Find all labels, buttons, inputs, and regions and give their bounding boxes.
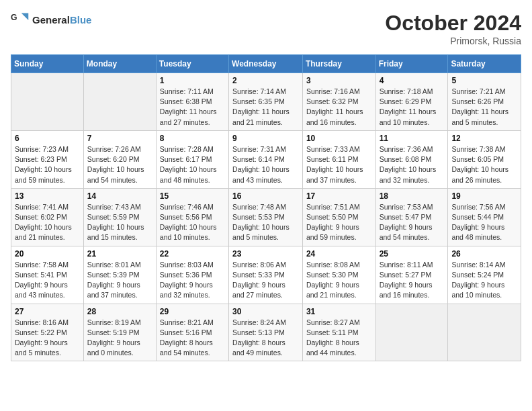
day-detail: Sunrise: 8:06 AM Sunset: 5:33 PM Dayligh… [232, 260, 299, 301]
day-detail: Sunrise: 7:58 AM Sunset: 5:41 PM Dayligh… [15, 260, 80, 301]
calendar-cell: 24Sunrise: 8:08 AM Sunset: 5:30 PM Dayli… [302, 246, 375, 304]
calendar-table: SundayMondayTuesdayWednesdayThursdayFrid… [11, 54, 521, 361]
calendar-cell: 8Sunrise: 7:28 AM Sunset: 6:17 PM Daylig… [156, 130, 228, 188]
location-subtitle: Primorsk, Russia [385, 36, 521, 46]
day-detail: Sunrise: 7:23 AM Sunset: 6:23 PM Dayligh… [15, 144, 80, 185]
day-number: 6 [15, 134, 80, 143]
day-number: 16 [232, 191, 299, 201]
calendar-cell: 27Sunrise: 8:16 AM Sunset: 5:22 PM Dayli… [11, 304, 84, 361]
day-detail: Sunrise: 7:11 AM Sunset: 6:38 PM Dayligh… [160, 87, 225, 128]
day-number: 21 [87, 249, 152, 259]
day-detail: Sunrise: 7:38 AM Sunset: 6:05 PM Dayligh… [451, 144, 517, 185]
calendar-week-5: 27Sunrise: 8:16 AM Sunset: 5:22 PM Dayli… [11, 304, 521, 361]
weekday-header-tuesday: Tuesday [156, 55, 228, 73]
day-detail: Sunrise: 7:48 AM Sunset: 5:53 PM Dayligh… [232, 202, 299, 243]
day-number: 13 [15, 191, 80, 201]
calendar-cell: 25Sunrise: 8:11 AM Sunset: 5:27 PM Dayli… [375, 246, 448, 304]
day-detail: Sunrise: 7:56 AM Sunset: 5:44 PM Dayligh… [451, 202, 517, 243]
day-detail: Sunrise: 7:51 AM Sunset: 5:50 PM Dayligh… [306, 202, 372, 243]
day-detail: Sunrise: 7:26 AM Sunset: 6:20 PM Dayligh… [87, 144, 152, 185]
title-block: October 2024 Primorsk, Russia [385, 11, 521, 46]
calendar-cell: 11Sunrise: 7:36 AM Sunset: 6:08 PM Dayli… [375, 130, 448, 188]
weekday-header-sunday: Sunday [11, 55, 84, 73]
calendar-cell [83, 73, 156, 131]
calendar-cell: 15Sunrise: 7:46 AM Sunset: 5:56 PM Dayli… [156, 188, 228, 246]
day-detail: Sunrise: 8:16 AM Sunset: 5:22 PM Dayligh… [15, 318, 80, 359]
calendar-cell: 6Sunrise: 7:23 AM Sunset: 6:23 PM Daylig… [11, 130, 84, 188]
day-detail: Sunrise: 7:43 AM Sunset: 5:59 PM Dayligh… [87, 202, 152, 243]
calendar-cell: 20Sunrise: 7:58 AM Sunset: 5:41 PM Dayli… [11, 246, 84, 304]
day-detail: Sunrise: 7:31 AM Sunset: 6:14 PM Dayligh… [232, 144, 299, 185]
logo: G GeneralBlue [11, 11, 91, 30]
calendar-cell: 19Sunrise: 7:56 AM Sunset: 5:44 PM Dayli… [448, 188, 521, 246]
day-number: 8 [160, 134, 225, 143]
day-detail: Sunrise: 7:41 AM Sunset: 6:02 PM Dayligh… [15, 202, 80, 243]
calendar-cell: 3Sunrise: 7:16 AM Sunset: 6:32 PM Daylig… [302, 73, 375, 131]
day-detail: Sunrise: 8:11 AM Sunset: 5:27 PM Dayligh… [380, 260, 445, 301]
calendar-week-4: 20Sunrise: 7:58 AM Sunset: 5:41 PM Dayli… [11, 246, 521, 304]
calendar-cell: 16Sunrise: 7:48 AM Sunset: 5:53 PM Dayli… [229, 188, 303, 246]
day-number: 15 [160, 191, 225, 201]
day-number: 17 [306, 191, 372, 201]
day-detail: Sunrise: 8:14 AM Sunset: 5:24 PM Dayligh… [451, 260, 517, 301]
calendar-body: 1Sunrise: 7:11 AM Sunset: 6:38 PM Daylig… [11, 73, 521, 361]
calendar-cell: 17Sunrise: 7:51 AM Sunset: 5:50 PM Dayli… [302, 188, 375, 246]
day-detail: Sunrise: 8:24 AM Sunset: 5:13 PM Dayligh… [232, 318, 299, 359]
day-detail: Sunrise: 7:53 AM Sunset: 5:47 PM Dayligh… [380, 202, 445, 243]
day-number: 9 [232, 134, 299, 143]
calendar-week-3: 13Sunrise: 7:41 AM Sunset: 6:02 PM Dayli… [11, 188, 521, 246]
svg-text:G: G [11, 13, 17, 22]
calendar-cell: 22Sunrise: 8:03 AM Sunset: 5:36 PM Dayli… [156, 246, 228, 304]
calendar-cell: 10Sunrise: 7:33 AM Sunset: 6:11 PM Dayli… [302, 130, 375, 188]
calendar-cell: 14Sunrise: 7:43 AM Sunset: 5:59 PM Dayli… [83, 188, 156, 246]
logo-text-blue: Blue [70, 14, 92, 26]
calendar-cell [11, 73, 84, 131]
calendar-cell: 7Sunrise: 7:26 AM Sunset: 6:20 PM Daylig… [83, 130, 156, 188]
day-detail: Sunrise: 7:36 AM Sunset: 6:08 PM Dayligh… [380, 144, 445, 185]
calendar-cell: 30Sunrise: 8:24 AM Sunset: 5:13 PM Dayli… [229, 304, 303, 361]
day-detail: Sunrise: 7:33 AM Sunset: 6:11 PM Dayligh… [306, 144, 372, 185]
weekday-header-saturday: Saturday [448, 55, 521, 73]
logo-icon: G [11, 11, 30, 30]
day-number: 27 [15, 307, 80, 316]
day-number: 26 [451, 249, 517, 259]
day-detail: Sunrise: 8:03 AM Sunset: 5:36 PM Dayligh… [160, 260, 225, 301]
day-number: 30 [232, 307, 299, 316]
day-detail: Sunrise: 8:21 AM Sunset: 5:16 PM Dayligh… [160, 318, 225, 359]
calendar-cell: 18Sunrise: 7:53 AM Sunset: 5:47 PM Dayli… [375, 188, 448, 246]
weekday-header-friday: Friday [375, 55, 448, 73]
day-number: 14 [87, 191, 152, 201]
day-number: 24 [306, 249, 372, 259]
calendar-cell: 2Sunrise: 7:14 AM Sunset: 6:35 PM Daylig… [229, 73, 303, 131]
calendar-week-1: 1Sunrise: 7:11 AM Sunset: 6:38 PM Daylig… [11, 73, 521, 131]
day-number: 19 [451, 191, 517, 201]
page-header: G GeneralBlue October 2024 Primorsk, Rus… [11, 11, 521, 46]
day-detail: Sunrise: 7:16 AM Sunset: 6:32 PM Dayligh… [306, 87, 372, 128]
calendar-cell: 31Sunrise: 8:27 AM Sunset: 5:11 PM Dayli… [302, 304, 375, 361]
day-number: 12 [451, 134, 517, 143]
day-number: 4 [380, 76, 445, 85]
calendar-cell [375, 304, 448, 361]
day-detail: Sunrise: 8:01 AM Sunset: 5:39 PM Dayligh… [87, 260, 152, 301]
day-detail: Sunrise: 7:21 AM Sunset: 6:26 PM Dayligh… [451, 87, 517, 128]
day-number: 10 [306, 134, 372, 143]
calendar-cell: 23Sunrise: 8:06 AM Sunset: 5:33 PM Dayli… [229, 246, 303, 304]
calendar-cell: 29Sunrise: 8:21 AM Sunset: 5:16 PM Dayli… [156, 304, 228, 361]
month-title: October 2024 [385, 11, 521, 36]
day-number: 20 [15, 249, 80, 259]
calendar-cell: 5Sunrise: 7:21 AM Sunset: 6:26 PM Daylig… [448, 73, 521, 131]
calendar-week-2: 6Sunrise: 7:23 AM Sunset: 6:23 PM Daylig… [11, 130, 521, 188]
svg-marker-1 [21, 13, 29, 21]
day-number: 29 [160, 307, 225, 316]
calendar-cell: 1Sunrise: 7:11 AM Sunset: 6:38 PM Daylig… [156, 73, 228, 131]
day-detail: Sunrise: 7:46 AM Sunset: 5:56 PM Dayligh… [160, 202, 225, 243]
calendar-cell: 12Sunrise: 7:38 AM Sunset: 6:05 PM Dayli… [448, 130, 521, 188]
logo-text-general: General [32, 14, 70, 26]
weekday-header-thursday: Thursday [302, 55, 375, 73]
calendar-cell [448, 304, 521, 361]
day-number: 7 [87, 134, 152, 143]
day-number: 18 [380, 191, 445, 201]
day-number: 2 [232, 76, 299, 85]
calendar-cell: 4Sunrise: 7:18 AM Sunset: 6:29 PM Daylig… [375, 73, 448, 131]
day-detail: Sunrise: 8:19 AM Sunset: 5:19 PM Dayligh… [87, 318, 152, 359]
